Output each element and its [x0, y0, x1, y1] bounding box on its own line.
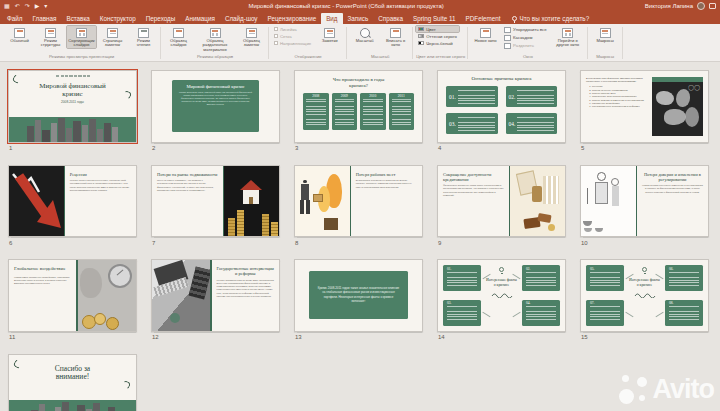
cause-box: 04.: [506, 113, 558, 134]
tab-slideshow[interactable]: Слайд-шоу: [220, 13, 263, 25]
slide-number: 14: [437, 334, 566, 340]
slide-number: 7: [151, 240, 280, 246]
fact-box: 02.: [522, 265, 560, 291]
slide-cell-6: Рецессия Многие страны вошли в рецессию,…: [8, 165, 137, 260]
normal-view-button[interactable]: Обычный: [5, 26, 34, 43]
powerpoint-window: ▦ ↶ ↷ ▶ ▾ Мировой финансовый кризис - Po…: [0, 0, 720, 411]
ruler-checkbox[interactable]: Линейка: [272, 26, 313, 32]
fit-to-window-button[interactable]: Вписать в окно: [381, 26, 410, 48]
ribbon-display-options-icon[interactable]: [709, 3, 716, 9]
slide-thumbnail-8[interactable]: Потеря рабочих мест Безработица значител…: [294, 165, 423, 238]
save-icon[interactable]: ▦: [4, 2, 10, 9]
arrow-decor: [483, 311, 491, 316]
slide-body: Многие правительства по всему миру предп…: [217, 279, 274, 298]
grayscale-option[interactable]: Оттенки серого: [416, 33, 459, 39]
tab-animations[interactable]: Анимация: [180, 13, 220, 25]
slide-thumbnail-2[interactable]: Мировой финансовый кризис Кризис 2008-20…: [151, 70, 280, 143]
tab-file[interactable]: Файл: [2, 13, 27, 25]
slide-number: 4: [437, 145, 566, 151]
coins-watch-photo: [78, 260, 136, 331]
cascade-button[interactable]: Каскадом: [502, 34, 549, 41]
avatar[interactable]: [697, 2, 705, 10]
slide-thumbnail-9[interactable]: Сокращение доступности кредитования Фина…: [437, 165, 566, 238]
slide-thumbnail-3[interactable]: Что происходило в годы кризиса? 2008 200…: [294, 70, 423, 143]
slide-sorter-button[interactable]: Сортировщик слайдов: [67, 26, 96, 48]
tab-spring-suite[interactable]: Spring Suite 11: [408, 13, 461, 25]
fact-box: 06.: [665, 265, 703, 291]
color-option[interactable]: Цвет: [416, 26, 459, 32]
notes-master-button[interactable]: Образец заметок: [237, 26, 266, 48]
slide-cell-5: В результате этих факторов, мировая экон…: [580, 70, 709, 165]
avito-logo-icon: [619, 375, 649, 405]
notes-master-icon: [246, 28, 257, 38]
slide-thumbnail-5[interactable]: В результате этих факторов, мировая экон…: [580, 70, 709, 143]
tab-insert[interactable]: Вставка: [61, 13, 94, 25]
outline-view-button[interactable]: Режим структуры: [36, 26, 65, 48]
curl-decor: [13, 358, 24, 369]
ribbon-tab-row: Файл Главная Вставка Конструктор Переход…: [0, 11, 720, 24]
tab-design[interactable]: Конструктор: [95, 13, 141, 25]
tab-view[interactable]: Вид: [321, 13, 342, 25]
switch-windows-button[interactable]: Перейти в другое окно: [551, 26, 585, 48]
slide-center-title: Интересные факты о кризисе: [485, 278, 518, 287]
slide-thumbnail-13[interactable]: Кризис 2008-2011 годов также оказал знач…: [294, 259, 423, 332]
header-note-line: [56, 75, 90, 77]
tab-record[interactable]: Запись: [343, 13, 374, 25]
slide-thumbnail-16[interactable]: Спасибо за внимание!: [8, 354, 137, 411]
handout-master-button[interactable]: Образец раздаточных материалов: [195, 26, 235, 53]
split-button[interactable]: Разделить: [502, 42, 549, 49]
slide-thumbnail-14[interactable]: 01. 02. 03. 04. Интересные факты о кризи…: [437, 259, 566, 332]
lightbulb-icon: [642, 267, 647, 272]
tab-pdfelement[interactable]: PDFelement: [461, 13, 506, 25]
new-window-button[interactable]: Новое окно: [471, 26, 500, 43]
credit-illustration: [510, 166, 565, 237]
notes-button[interactable]: Заметки: [315, 26, 344, 43]
slide-thumbnail-7[interactable]: Потери на рынке недвижимости Цены на жил…: [151, 165, 280, 238]
group-label: Окно: [471, 53, 585, 61]
macros-button[interactable]: Макросы: [591, 26, 620, 43]
slideshow-icon[interactable]: ▶: [35, 2, 40, 9]
reading-view-button[interactable]: Режим чтения: [129, 26, 158, 48]
slide-thumbnail-12[interactable]: Государственные интервенции и реформы Мн…: [151, 259, 280, 332]
tab-home[interactable]: Главная: [27, 13, 61, 25]
group-window: Новое окно Упорядочить все Каскадом Разд…: [468, 25, 588, 61]
notes-page-button[interactable]: Страницы заметок: [98, 26, 127, 48]
handout-master-icon: [210, 28, 221, 38]
black-white-option[interactable]: Черно-белый: [416, 40, 459, 46]
slide-thumbnail-11[interactable]: Глобальное воздействие Кризис имел глоба…: [8, 259, 137, 332]
curl-decor: [12, 74, 23, 85]
tell-me-search[interactable]: Что вы хотите сделать?: [506, 13, 596, 25]
group-show: Линейка Сетка Направляющие Заметки Отобр…: [269, 25, 347, 61]
consequence-list: Рецессия Потери на рынке недвижимости По…: [592, 85, 648, 109]
guides-checkbox[interactable]: Направляющие: [272, 40, 313, 46]
tab-transitions[interactable]: Переходы: [141, 13, 181, 25]
notes-icon: [324, 28, 335, 38]
account-name[interactable]: Виктория Лапина: [645, 3, 693, 9]
grayscale-swatch-icon: [418, 34, 424, 39]
zoom-button[interactable]: Масштаб: [350, 26, 379, 43]
redo-icon[interactable]: ↷: [25, 2, 30, 9]
fact-box: 07.: [586, 300, 624, 326]
slide-cell-12: Государственные интервенции и реформы Мн…: [151, 259, 280, 354]
undo-icon[interactable]: ↶: [15, 2, 20, 9]
slide-thumbnail-1[interactable]: Мировой финансовый кризис 2008-2011 годы: [8, 70, 137, 143]
arrange-all-button[interactable]: Упорядочить все: [502, 26, 549, 33]
slide-thumbnail-15[interactable]: 05. 06. 07. 08. Интересные факты о кризи…: [580, 259, 709, 332]
tab-help[interactable]: Справка: [373, 13, 408, 25]
slide-master-button[interactable]: Образец слайдов: [164, 26, 193, 48]
squiggle-decor: [491, 292, 513, 298]
lightbulb-icon: [499, 267, 504, 272]
group-label: Макросы: [591, 53, 620, 61]
slide-thumbnail-6[interactable]: Рецессия Многие страны вошли в рецессию,…: [8, 165, 137, 238]
slide-title: Спасибо за внимание!: [43, 365, 102, 382]
slide-number: 8: [294, 240, 423, 246]
slide-thumbnail-4[interactable]: Основные причины кризиса 01. 02. 03. 04.: [437, 70, 566, 143]
slide-body: Безработица значительно возросла во мног…: [356, 179, 417, 189]
slide-cell-8: Потеря рабочих мест Безработица значител…: [294, 165, 423, 260]
tab-review[interactable]: Рецензирование: [263, 13, 322, 25]
slide-body: Многие страны вошли в рецессию, сокращая…: [70, 179, 131, 192]
gridlines-checkbox[interactable]: Сетка: [272, 33, 313, 39]
slide-thumbnail-10[interactable]: Потеря доверия и изменения в регулирован…: [580, 165, 709, 238]
curl-decor: [122, 90, 132, 100]
slide-body: Кризис 2008-2011 годов также оказал знач…: [317, 286, 400, 303]
